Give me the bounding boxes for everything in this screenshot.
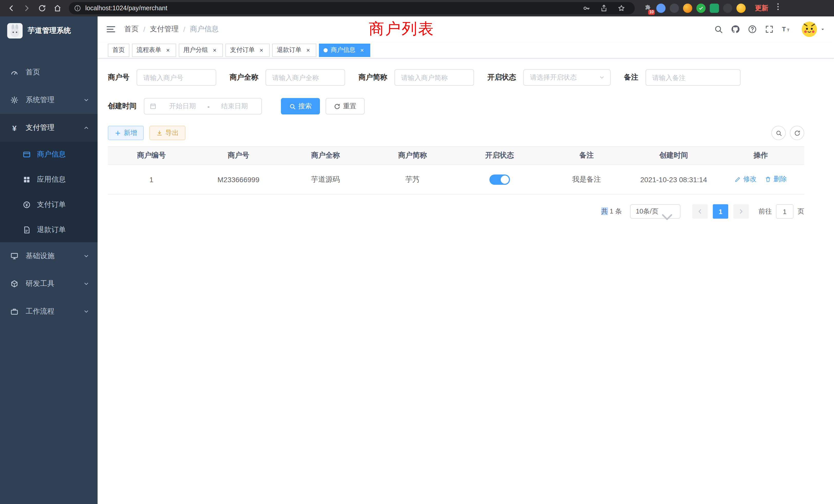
browser-back-button[interactable] [4,1,19,16]
sidebar-item-payment[interactable]: ¥ 支付管理 [0,114,97,142]
sidebar-item-infrastructure[interactable]: 基础设施 [0,242,97,270]
github-icon[interactable] [731,25,740,34]
hamburger-icon[interactable] [106,24,116,35]
column-header: 创建时间 [630,146,717,164]
extensions-puzzle-icon[interactable]: 10 [643,4,652,13]
merchant-no-input[interactable] [137,69,216,86]
breadcrumb-separator: / [183,25,185,33]
browser-forward-button[interactable] [20,1,34,16]
sidebar-item-system[interactable]: 系统管理 [0,86,97,114]
page-size-select[interactable]: 10条/页 [630,204,680,219]
sidebar-item-workflow[interactable]: 工作流程 [0,298,97,325]
merchant-short-input[interactable] [394,69,474,86]
tag-home[interactable]: 首页 [108,43,129,57]
tag-merchant-info[interactable]: 商户信息 × [319,43,370,57]
status-select[interactable]: 请选择开启状态 [523,69,611,86]
prev-page-button[interactable] [692,204,708,219]
user-avatar[interactable] [802,22,817,37]
chevron-down-icon [83,97,89,103]
tag-user-group[interactable]: 用户分组 × [179,43,223,57]
extension-icon[interactable] [723,4,732,13]
font-size-icon[interactable]: TT [782,25,791,34]
end-date-placeholder: 结束日期 [212,101,257,111]
browser-home-button[interactable] [50,1,65,16]
browser-menu-icon[interactable] [773,2,784,14]
close-icon[interactable]: × [164,46,172,54]
close-icon[interactable]: × [358,46,366,54]
extension-icon[interactable] [670,4,679,13]
tag-label: 用户分组 [183,46,208,54]
close-icon[interactable]: × [258,46,265,54]
chevron-down-icon [83,281,89,287]
toggle-search-button[interactable] [771,126,786,140]
delete-link[interactable]: 删除 [765,175,787,184]
close-icon[interactable]: × [305,46,312,54]
extension-icon[interactable] [696,4,706,13]
export-button[interactable]: 导出 [150,126,185,140]
close-icon[interactable]: × [211,46,218,54]
cell-merchant-id: 1 [108,164,195,194]
pagination: 共 1 条 10条/页 1 前往 [108,204,804,219]
browser-toolbar: localhost:1024/pay/merchant 10 [0,0,834,17]
tag-pay-order[interactable]: 支付订单 × [225,43,270,57]
breadcrumb-item[interactable]: 支付管理 [150,25,179,34]
help-icon[interactable] [748,25,757,34]
sidebar-item-home[interactable]: 首页 [0,59,97,86]
breadcrumb-item-current: 商户信息 [190,25,219,34]
add-button[interactable]: 新增 [108,126,144,140]
breadcrumb-item[interactable]: 首页 [124,25,139,34]
browser-profile-avatar[interactable] [737,4,746,13]
column-header: 商户简称 [369,146,456,164]
app-shell: 芋道管理系统 首页 系统管理 [0,17,834,504]
calendar-icon [150,102,157,110]
status-toggle[interactable] [489,174,510,184]
date-range-picker[interactable]: 开始日期 - 结束日期 [144,98,262,114]
tag-refund-order[interactable]: 退款订单 × [272,43,316,57]
cell-status [456,164,543,194]
sidebar-item-dev-tools[interactable]: 研发工具 [0,270,97,298]
app-logo-row[interactable]: 芋道管理系统 [0,17,97,45]
pagination-total: 共 1 条 [601,207,622,216]
fullscreen-icon[interactable] [765,25,774,34]
address-bar[interactable]: localhost:1024/pay/merchant [69,2,635,14]
merchant-name-input[interactable] [265,69,345,86]
main-area: 商户列表 首页 / 支付管理 / 商户信息 [97,17,834,504]
search-button-label: 搜索 [299,101,312,111]
search-button[interactable]: 搜索 [281,98,320,114]
column-header: 商户全称 [282,146,369,164]
reset-button[interactable]: 重置 [326,98,365,114]
extension-icon[interactable] [656,4,665,13]
extension-icon[interactable] [683,4,692,13]
page-number-button[interactable]: 1 [713,204,728,219]
tag-process-form[interactable]: 流程表单 × [132,43,176,57]
next-page-button[interactable] [733,204,749,219]
site-info-icon[interactable] [74,5,81,12]
tags-view: 首页 流程表单 × 用户分组 × 支付订单 × 退款订单 × [97,42,834,59]
breadcrumb-separator: / [143,25,145,33]
sidebar-item-pay-order[interactable]: 支付订单 [0,192,97,217]
chevron-down-icon [83,253,89,259]
remark-input[interactable] [645,69,741,86]
extension-icon[interactable] [710,4,719,13]
extension-badge: 10 [648,10,655,15]
bookmark-star-icon[interactable] [617,4,626,12]
breadcrumb: 首页 / 支付管理 / 商户信息 [124,25,219,34]
sidebar-item-app-info[interactable]: 应用信息 [0,167,97,192]
filter-label: 商户全称 [229,73,258,82]
goto-page-input[interactable] [776,204,793,219]
browser-reload-button[interactable] [35,1,49,16]
edit-link[interactable]: 修改 [734,175,757,184]
refresh-table-button[interactable] [790,126,804,140]
sidebar-item-label: 应用信息 [37,175,66,184]
browser-update-button[interactable]: 更新 [755,4,768,13]
plus-icon [114,130,121,136]
download-icon [156,130,163,136]
password-key-icon[interactable] [583,4,591,12]
share-icon[interactable] [600,4,608,12]
sidebar-item-refund-order[interactable]: 退款订单 [0,217,97,242]
sidebar-item-merchant-info[interactable]: 商户信息 [0,142,97,167]
search-icon[interactable] [714,25,723,34]
user-menu[interactable] [802,22,826,37]
sidebar-menu: 首页 系统管理 ¥ 支付管理 [0,45,97,325]
chevron-down-icon [83,308,89,315]
